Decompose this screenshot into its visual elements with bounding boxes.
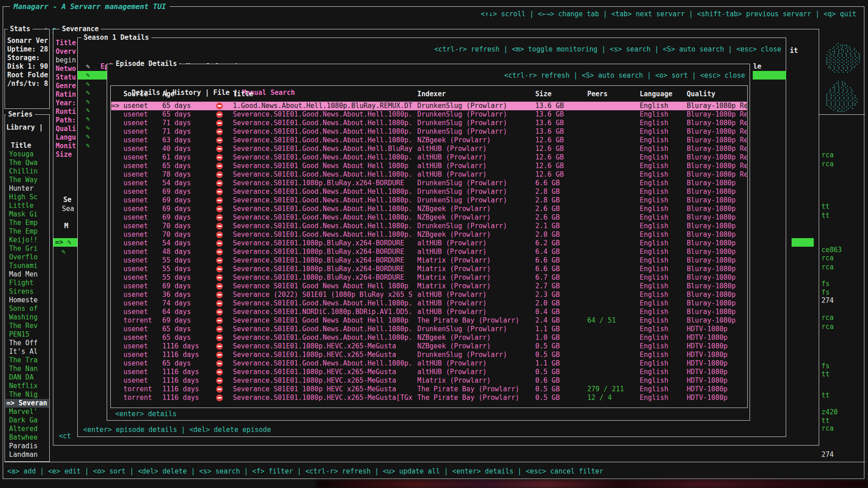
series-list-item[interactable]: Netflix — [5, 382, 49, 390]
search-result-row[interactable]: torrent 1116 days Severance.S01E01.1080p… — [111, 394, 747, 402]
series-list-item[interactable]: Keijo!! — [5, 236, 49, 244]
search-result-row[interactable]: torrent 69 days Severance S01E01 Good Ne… — [111, 316, 747, 325]
series-list-item[interactable]: It's Al — [5, 347, 49, 356]
series-list-item[interactable]: The Nig — [5, 390, 49, 399]
search-result-row[interactable]: usenet 71 days Severance.S01E01.Good.New… — [111, 127, 747, 136]
series-list-item[interactable]: Marvel' — [5, 408, 49, 416]
search-result-row[interactable]: usenet 1116 days Severance.S01E01.1080p.… — [111, 376, 747, 385]
monitored-pencil-icon[interactable]: ✎ — [86, 115, 90, 123]
column-header[interactable]: Source — [123, 90, 162, 99]
monitored-pencil-icon[interactable]: ✎ — [86, 98, 90, 106]
monitored-pencil-icon[interactable]: ✎ — [86, 80, 90, 89]
series-list-item[interactable]: The Way — [5, 176, 49, 184]
series-library-tab[interactable]: Library | — [6, 123, 43, 132]
search-result-row[interactable]: usenet 1116 days Severance.S01E01.1080p.… — [111, 351, 747, 359]
row-age: 55 days — [162, 265, 210, 273]
series-list-item[interactable]: Washing — [5, 313, 49, 322]
search-result-row[interactable]: usenet 69 days Severance.S01E01.Good.New… — [111, 213, 747, 222]
column-header[interactable] — [111, 90, 123, 99]
search-result-row[interactable]: usenet 69 days Severance S01E01 Good New… — [111, 282, 747, 291]
search-result-row[interactable]: usenet 70 days Severance.S01E01.Good.New… — [111, 222, 747, 230]
series-list-item[interactable]: Landman — [5, 450, 49, 459]
series-list-item[interactable]: The Qwa — [5, 159, 49, 167]
column-header[interactable] — [210, 90, 233, 99]
series-list-item[interactable]: Homeste — [5, 296, 49, 305]
search-result-row[interactable]: usenet 65 days Severance.S01E01 Good New… — [111, 162, 747, 170]
row-quality: Bluray-1080p — [687, 299, 747, 308]
series-list-item[interactable]: Mad Men — [5, 270, 49, 279]
column-header[interactable]: Age — [162, 90, 210, 99]
column-header[interactable]: Language — [640, 90, 687, 99]
row-title: Severance.S01E01.Good.News.About.Hell.10… — [233, 110, 417, 119]
search-result-row[interactable]: usenet 65 days Severance.S01E01.Good.New… — [111, 110, 747, 119]
monitored-pencil-icon[interactable]: ✎ — [86, 62, 90, 71]
series-list-item[interactable]: The Gri — [5, 244, 49, 253]
search-result-row[interactable]: usenet 65 days Severance.S01E01.Good.New… — [111, 333, 747, 342]
search-result-row[interactable]: usenet 40 days Severance.S01E01.Good.New… — [111, 145, 747, 153]
series-list-item[interactable]: The Off — [5, 339, 49, 347]
series-list-item[interactable]: High Sc — [5, 193, 49, 202]
selected-episode-row-left[interactable] — [78, 71, 107, 80]
series-list-item[interactable]: DAN DA — [5, 373, 49, 382]
search-result-row[interactable]: usenet 69 days Severance.S01E01.Good.New… — [111, 205, 747, 213]
column-header[interactable]: Title — [233, 90, 417, 99]
series-list-item[interactable]: Overflo — [5, 253, 49, 262]
monitored-pencil-icon[interactable]: ✎ — [86, 106, 90, 115]
search-result-row[interactable]: usenet 63 days Severance.S01E01.Good.New… — [111, 136, 747, 145]
search-result-row[interactable]: usenet 69 days Severance.S01E01.Good.New… — [111, 188, 747, 196]
series-list-item[interactable]: Altered — [5, 425, 49, 433]
column-header[interactable]: Peers — [587, 90, 640, 99]
search-result-row[interactable]: usenet 71 days Severance.S01E01.Good.New… — [111, 119, 747, 127]
search-result-row[interactable]: usenet 61 days Severance.S01E01.Good.New… — [111, 153, 747, 162]
search-result-row[interactable]: usenet 74 days Severance.S01E01.Good.New… — [111, 299, 747, 308]
search-result-row[interactable]: usenet 65 days Severance.S01E01.Good.New… — [111, 325, 747, 333]
search-result-row[interactable]: usenet 54 days Severance.S01E01.1080p.Bl… — [111, 239, 747, 248]
monitored-pencil-icon[interactable]: ✎ — [86, 124, 90, 132]
series-list-item[interactable]: The Tra — [5, 356, 49, 365]
monitored-pencil-icon[interactable]: ✎ — [86, 89, 90, 97]
series-list-item[interactable]: The Rev — [5, 322, 49, 330]
seasons-right-header-fragment: it — [790, 47, 798, 55]
search-result-row[interactable]: usenet 48 days Severance.S01E01.1080p.Bl… — [111, 248, 747, 256]
search-result-row[interactable]: usenet 78 days Severance.S01E01.Good.New… — [111, 170, 747, 179]
search-result-row[interactable]: usenet 55 days Severance.S01E01.1080p.Bl… — [111, 273, 747, 282]
series-list-item[interactable]: Tsunami — [5, 262, 49, 270]
series-list-item[interactable]: => Severan — [5, 399, 49, 408]
series-list-item[interactable]: Sirens — [5, 287, 49, 296]
search-result-row[interactable]: usenet 55 days Severance.S01E01.1080p.Bl… — [111, 265, 747, 273]
series-list-item[interactable]: The Emp — [5, 219, 49, 227]
monitored-pencil-icon[interactable]: ✎ — [86, 71, 90, 80]
column-header[interactable]: Indexer — [417, 90, 535, 99]
series-list-item[interactable]: Paradis — [5, 442, 49, 450]
monitored-pencil-icon[interactable]: ✎ — [86, 132, 90, 141]
search-result-row[interactable]: => usenet 65 days 1.Good.News.About.Hell… — [111, 102, 747, 110]
series-list-item[interactable]: Dark Ga — [5, 416, 49, 425]
series-list-item[interactable]: PEN15 — [5, 330, 49, 339]
series-list-item[interactable]: Batwhee — [5, 433, 49, 442]
search-result-row[interactable]: usenet 55 days Severance.S01E01.1080p.Bl… — [111, 256, 747, 265]
search-result-row[interactable]: usenet 64 days Severance.S01E01.NORDiC.1… — [111, 308, 747, 316]
search-result-row[interactable]: usenet 65 days Severance.S01E01.Good.New… — [111, 359, 747, 368]
search-result-row[interactable]: usenet 1116 days Severance.S01E01.1080p.… — [111, 368, 747, 376]
search-result-row[interactable]: usenet 70 days Severance.S01E01.Good.New… — [111, 230, 747, 239]
series-list-item[interactable]: Yosuga — [5, 150, 49, 159]
monitored-pencil-icon[interactable]: ✎ — [86, 141, 90, 150]
search-result-row[interactable]: usenet 1116 days Severance.S01E01.1080p.… — [111, 342, 747, 351]
search-result-row[interactable]: usenet 54 days Severance.S01E01.1080p.Bl… — [111, 179, 747, 188]
series-list-item[interactable]: Little — [5, 202, 49, 210]
series-list-item[interactable]: Mask Gi — [5, 210, 49, 219]
series-list-item[interactable]: Chillin — [5, 167, 49, 176]
column-header[interactable]: Size — [535, 90, 587, 99]
series-list-item[interactable]: The Emp — [5, 227, 49, 236]
selected-season-row-left[interactable]: => ✎ — [53, 238, 78, 247]
series-list-item[interactable]: Flight — [5, 279, 49, 287]
series-list-item[interactable]: Hunter — [5, 184, 49, 193]
search-result-row[interactable]: usenet 69 days Severance.S01E01.Good.New… — [111, 196, 747, 205]
search-result-row[interactable]: torrent 1116 days Severance S01E01 1080p… — [111, 385, 747, 394]
series-list-item[interactable]: The Nan — [5, 365, 49, 373]
row-title: Severance.S01E01.1080p.BluRay.x264-BORDU… — [233, 248, 417, 256]
column-header[interactable]: Quality — [687, 90, 747, 99]
search-result-row[interactable]: usenet 36 days Severance (2022) S01E01 (… — [111, 291, 747, 299]
series-list-item[interactable]: Sons of — [5, 305, 49, 313]
row-age: 74 days — [162, 299, 210, 308]
